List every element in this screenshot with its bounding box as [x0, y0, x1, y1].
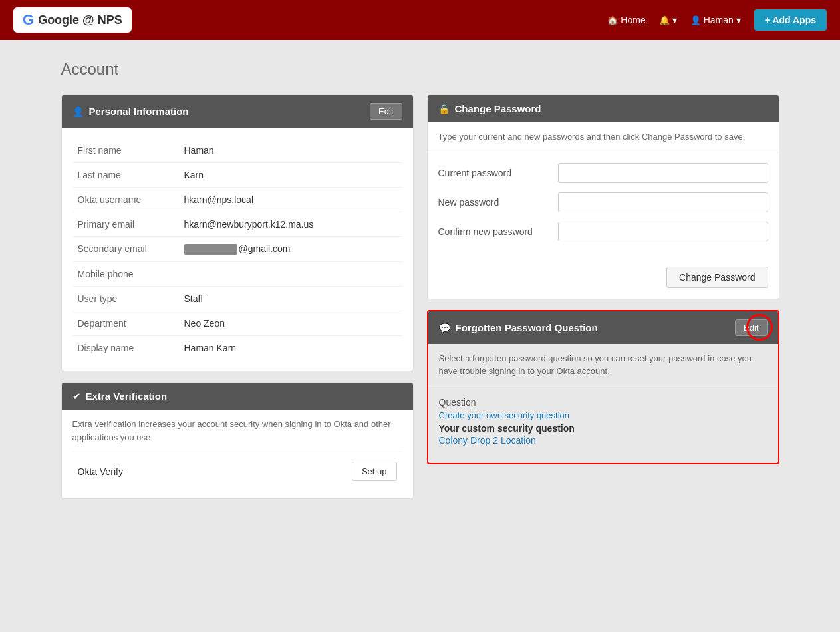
field-label: Display name — [72, 336, 179, 361]
user-nav-icon — [690, 15, 701, 25]
field-label: Okta username — [72, 188, 179, 212]
new-password-input[interactable] — [558, 192, 768, 212]
lock-icon — [438, 103, 450, 114]
field-value — [179, 262, 402, 287]
home-icon — [607, 15, 618, 25]
user-dropdown-arrow: ▾ — [736, 15, 741, 25]
change-password-form: Current password New password Confirm ne… — [428, 152, 779, 261]
topnav-right: Home ▾ Haman ▾ + Add Apps — [607, 9, 827, 31]
question-label: Question — [439, 397, 768, 408]
field-label: Primary email — [72, 212, 179, 237]
page-container: Account Personal Information Edit — [48, 60, 793, 499]
user-label: Haman — [704, 15, 734, 25]
okta-verify-row: Okta Verify Set up — [72, 452, 402, 490]
current-password-input[interactable] — [558, 163, 768, 183]
okta-verify-label: Okta Verify — [78, 466, 123, 477]
field-value: Karn — [179, 163, 402, 188]
home-label: Home — [621, 15, 645, 25]
confirm-password-label: Confirm new password — [438, 226, 558, 237]
extra-verification-card: Extra Verification Extra verification in… — [61, 382, 414, 499]
table-row: Last name Karn — [72, 163, 402, 188]
extra-verification-title-text: Extra Verification — [86, 391, 168, 402]
extra-verification-description: Extra verification increases your accoun… — [72, 418, 402, 444]
field-label: User type — [72, 287, 179, 311]
left-column: Personal Information Edit First name Ham… — [61, 94, 414, 499]
table-row: Department Neo Zeon — [72, 311, 402, 336]
notifications-dropdown-arrow: ▾ — [672, 15, 677, 25]
table-row: Display name Haman Karn — [72, 336, 402, 361]
setup-button[interactable]: Set up — [352, 462, 397, 481]
custom-question-label: Your custom security question — [439, 423, 768, 434]
field-value: Haman — [179, 138, 402, 163]
table-row: Secondary email @gmail.com — [72, 237, 402, 262]
field-value: @gmail.com — [179, 237, 402, 262]
new-password-label: New password — [438, 197, 558, 208]
google-icon: G — [23, 11, 34, 29]
fpq-edit-wrapper: Edit — [735, 319, 767, 336]
extra-verification-title: Extra Verification — [72, 391, 168, 402]
change-password-title-text: Change Password — [455, 103, 541, 114]
logo-text: Google @ NPS — [38, 13, 122, 27]
field-label: Department — [72, 311, 179, 336]
custom-question-value: Colony Drop 2 Location — [439, 435, 768, 446]
table-row: Okta username hkarn@nps.local — [72, 188, 402, 212]
confirm-password-row: Confirm new password — [438, 222, 768, 241]
person-icon — [72, 106, 84, 117]
change-password-header: Change Password — [428, 95, 779, 122]
change-password-card: Change Password Type your current and ne… — [427, 94, 779, 299]
current-password-row: Current password — [438, 163, 768, 183]
change-password-button[interactable]: Change Password — [666, 267, 768, 288]
field-value: Staff — [179, 287, 402, 311]
forgotten-password-edit-button[interactable]: Edit — [735, 319, 767, 336]
new-password-row: New password — [438, 192, 768, 212]
change-password-description: Type your current and new passwords and … — [428, 122, 779, 152]
table-row: Primary email hkarn@newburyport.k12.ma.u… — [72, 212, 402, 237]
field-label: Mobile phone — [72, 262, 179, 287]
extra-verification-header: Extra Verification — [62, 383, 413, 410]
top-navigation: G Google @ NPS Home ▾ Haman ▾ + Add Apps — [0, 0, 840, 40]
forgotten-password-body: Question Create your own security questi… — [428, 387, 778, 463]
check-icon — [72, 391, 80, 402]
confirm-password-input[interactable] — [558, 222, 768, 241]
table-row: First name Haman — [72, 138, 402, 163]
forgotten-password-title-text: Forgotten Password Question — [456, 322, 598, 333]
personal-info-edit-button[interactable]: Edit — [370, 103, 402, 120]
page-title: Account — [61, 60, 779, 79]
field-label: Secondary email — [72, 237, 179, 262]
table-row: User type Staff — [72, 287, 402, 311]
forgotten-password-card: Forgotten Password Question Edit Select … — [427, 310, 779, 464]
bell-icon — [659, 15, 670, 25]
personal-info-body: First name Haman Last name Karn Okta use… — [62, 128, 413, 371]
field-value: Neo Zeon — [179, 311, 402, 336]
right-column: Change Password Type your current and ne… — [427, 94, 779, 464]
personal-info-card: Personal Information Edit First name Ham… — [61, 94, 414, 371]
personal-info-title: Personal Information — [72, 106, 189, 117]
field-value: hkarn@nps.local — [179, 188, 402, 212]
question-row: Question Create your own security questi… — [439, 397, 768, 446]
add-apps-button[interactable]: + Add Apps — [754, 9, 827, 31]
user-menu-link[interactable]: Haman ▾ — [690, 15, 741, 25]
change-password-actions: Change Password — [428, 261, 779, 299]
field-label: Last name — [72, 163, 179, 188]
bubble-icon — [439, 322, 450, 333]
personal-info-title-text: Personal Information — [89, 106, 189, 117]
personal-info-table: First name Haman Last name Karn Okta use… — [72, 138, 402, 360]
table-row: Mobile phone — [72, 262, 402, 287]
personal-info-header: Personal Information Edit — [62, 95, 413, 128]
create-security-question-link[interactable]: Create your own security question — [439, 410, 768, 420]
field-value: Haman Karn — [179, 336, 402, 361]
field-value: hkarn@newburyport.k12.ma.us — [179, 212, 402, 237]
change-password-title: Change Password — [438, 103, 541, 114]
current-password-label: Current password — [438, 168, 558, 178]
two-column-layout: Personal Information Edit First name Ham… — [61, 94, 779, 499]
forgotten-password-header: Forgotten Password Question Edit — [428, 311, 778, 344]
home-link[interactable]: Home — [607, 15, 645, 25]
forgotten-password-title: Forgotten Password Question — [439, 322, 598, 333]
forgotten-password-description: Select a forgotten password question so … — [428, 344, 778, 387]
notifications-link[interactable]: ▾ — [659, 15, 677, 25]
field-label: First name — [72, 138, 179, 163]
redacted-email — [184, 244, 237, 255]
extra-verification-body: Extra verification increases your accoun… — [62, 410, 413, 498]
logo: G Google @ NPS — [13, 7, 132, 33]
